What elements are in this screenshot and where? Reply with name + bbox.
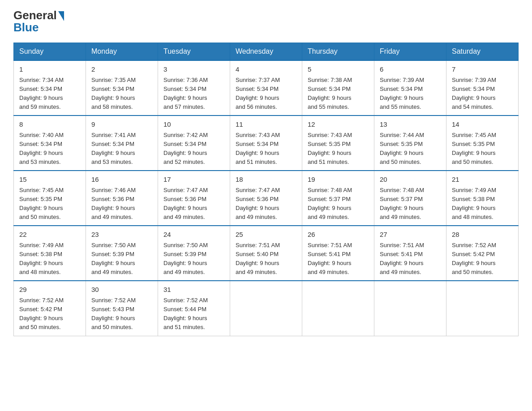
day-info: Sunrise: 7:49 AMSunset: 5:38 PMDaylight:… xyxy=(452,186,513,222)
day-number: 30 xyxy=(91,285,152,295)
day-number: 12 xyxy=(308,120,369,130)
day-info: Sunrise: 7:45 AMSunset: 5:35 PMDaylight:… xyxy=(452,131,513,167)
day-number: 3 xyxy=(163,64,224,75)
day-of-week-saturday: Saturday xyxy=(446,43,519,61)
empty-cell xyxy=(230,281,302,336)
day-number: 2 xyxy=(91,64,152,75)
day-cell-31: 31Sunrise: 7:52 AMSunset: 5:44 PMDayligh… xyxy=(158,281,230,336)
day-info: Sunrise: 7:47 AMSunset: 5:36 PMDaylight:… xyxy=(236,186,296,222)
day-info: Sunrise: 7:37 AMSunset: 5:34 PMDaylight:… xyxy=(236,76,296,112)
day-of-week-friday: Friday xyxy=(374,43,446,61)
day-info: Sunrise: 7:47 AMSunset: 5:36 PMDaylight:… xyxy=(163,186,224,222)
week-row-4: 22Sunrise: 7:49 AMSunset: 5:38 PMDayligh… xyxy=(14,226,519,281)
day-info: Sunrise: 7:52 AMSunset: 5:44 PMDaylight:… xyxy=(163,296,224,332)
day-cell-26: 26Sunrise: 7:51 AMSunset: 5:41 PMDayligh… xyxy=(302,226,374,281)
day-number: 27 xyxy=(380,230,441,240)
day-number: 4 xyxy=(236,64,296,75)
day-cell-4: 4Sunrise: 7:37 AMSunset: 5:34 PMDaylight… xyxy=(230,60,302,116)
day-info: Sunrise: 7:52 AMSunset: 5:42 PMDaylight:… xyxy=(19,296,80,332)
day-cell-10: 10Sunrise: 7:42 AMSunset: 5:34 PMDayligh… xyxy=(158,116,230,171)
day-cell-24: 24Sunrise: 7:50 AMSunset: 5:39 PMDayligh… xyxy=(158,226,230,281)
day-info: Sunrise: 7:34 AMSunset: 5:34 PMDaylight:… xyxy=(19,76,80,112)
day-info: Sunrise: 7:48 AMSunset: 5:37 PMDaylight:… xyxy=(308,186,369,222)
calendar-table: SundayMondayTuesdayWednesdayThursdayFrid… xyxy=(13,43,519,336)
week-row-2: 8Sunrise: 7:40 AMSunset: 5:34 PMDaylight… xyxy=(14,116,519,171)
day-info: Sunrise: 7:39 AMSunset: 5:34 PMDaylight:… xyxy=(380,76,441,112)
logo-general: General xyxy=(13,9,57,22)
day-info: Sunrise: 7:51 AMSunset: 5:41 PMDaylight:… xyxy=(380,241,441,277)
day-number: 21 xyxy=(452,175,513,185)
day-cell-9: 9Sunrise: 7:41 AMSunset: 5:34 PMDaylight… xyxy=(86,116,158,171)
day-info: Sunrise: 7:35 AMSunset: 5:34 PMDaylight:… xyxy=(91,76,152,112)
day-cell-7: 7Sunrise: 7:39 AMSunset: 5:34 PMDaylight… xyxy=(446,60,519,116)
day-cell-28: 28Sunrise: 7:52 AMSunset: 5:42 PMDayligh… xyxy=(446,226,519,281)
day-info: Sunrise: 7:46 AMSunset: 5:36 PMDaylight:… xyxy=(91,186,152,222)
day-cell-3: 3Sunrise: 7:36 AMSunset: 5:34 PMDaylight… xyxy=(158,60,230,116)
day-number: 25 xyxy=(236,230,296,240)
day-cell-11: 11Sunrise: 7:43 AMSunset: 5:34 PMDayligh… xyxy=(230,116,302,171)
day-number: 20 xyxy=(380,175,441,185)
day-number: 17 xyxy=(163,175,224,185)
day-number: 22 xyxy=(19,230,80,240)
day-info: Sunrise: 7:48 AMSunset: 5:37 PMDaylight:… xyxy=(380,186,441,222)
day-cell-25: 25Sunrise: 7:51 AMSunset: 5:40 PMDayligh… xyxy=(230,226,302,281)
day-info: Sunrise: 7:40 AMSunset: 5:34 PMDaylight:… xyxy=(19,131,80,167)
day-info: Sunrise: 7:49 AMSunset: 5:38 PMDaylight:… xyxy=(19,241,80,277)
day-cell-6: 6Sunrise: 7:39 AMSunset: 5:34 PMDaylight… xyxy=(374,60,446,116)
day-info: Sunrise: 7:38 AMSunset: 5:34 PMDaylight:… xyxy=(308,76,369,112)
day-number: 13 xyxy=(380,120,441,130)
day-info: Sunrise: 7:43 AMSunset: 5:35 PMDaylight:… xyxy=(308,131,369,167)
day-info: Sunrise: 7:36 AMSunset: 5:34 PMDaylight:… xyxy=(163,76,224,112)
day-cell-1: 1Sunrise: 7:34 AMSunset: 5:34 PMDaylight… xyxy=(14,60,86,116)
day-info: Sunrise: 7:50 AMSunset: 5:39 PMDaylight:… xyxy=(163,241,224,277)
empty-cell xyxy=(302,281,374,336)
logo-triangle-icon xyxy=(58,11,64,21)
day-of-week-thursday: Thursday xyxy=(302,43,374,61)
day-cell-21: 21Sunrise: 7:49 AMSunset: 5:38 PMDayligh… xyxy=(446,171,519,226)
day-cell-18: 18Sunrise: 7:47 AMSunset: 5:36 PMDayligh… xyxy=(230,171,302,226)
day-cell-15: 15Sunrise: 7:45 AMSunset: 5:35 PMDayligh… xyxy=(14,171,86,226)
empty-cell xyxy=(446,281,519,336)
day-number: 15 xyxy=(19,175,80,185)
day-cell-20: 20Sunrise: 7:48 AMSunset: 5:37 PMDayligh… xyxy=(374,171,446,226)
day-info: Sunrise: 7:52 AMSunset: 5:42 PMDaylight:… xyxy=(452,241,513,277)
empty-cell xyxy=(374,281,446,336)
day-cell-5: 5Sunrise: 7:38 AMSunset: 5:34 PMDaylight… xyxy=(302,60,374,116)
day-number: 28 xyxy=(452,230,513,240)
week-row-1: 1Sunrise: 7:34 AMSunset: 5:34 PMDaylight… xyxy=(14,60,519,116)
day-cell-8: 8Sunrise: 7:40 AMSunset: 5:34 PMDaylight… xyxy=(14,116,86,171)
day-cell-29: 29Sunrise: 7:52 AMSunset: 5:42 PMDayligh… xyxy=(14,281,86,336)
day-number: 8 xyxy=(19,120,80,130)
day-cell-12: 12Sunrise: 7:43 AMSunset: 5:35 PMDayligh… xyxy=(302,116,374,171)
week-row-3: 15Sunrise: 7:45 AMSunset: 5:35 PMDayligh… xyxy=(14,171,519,226)
day-of-week-wednesday: Wednesday xyxy=(230,43,302,61)
week-row-5: 29Sunrise: 7:52 AMSunset: 5:42 PMDayligh… xyxy=(14,281,519,336)
day-number: 14 xyxy=(452,120,513,130)
day-info: Sunrise: 7:42 AMSunset: 5:34 PMDaylight:… xyxy=(163,131,224,167)
day-info: Sunrise: 7:44 AMSunset: 5:35 PMDaylight:… xyxy=(380,131,441,167)
day-info: Sunrise: 7:50 AMSunset: 5:39 PMDaylight:… xyxy=(91,241,152,277)
day-cell-23: 23Sunrise: 7:50 AMSunset: 5:39 PMDayligh… xyxy=(86,226,158,281)
day-number: 11 xyxy=(236,120,296,130)
page-header: General Blue xyxy=(13,9,519,34)
day-number: 6 xyxy=(380,64,441,75)
day-of-week-monday: Monday xyxy=(86,43,158,61)
logo: General Blue xyxy=(13,9,64,34)
day-number: 29 xyxy=(19,285,80,295)
day-number: 5 xyxy=(308,64,369,75)
day-number: 18 xyxy=(236,175,296,185)
day-number: 10 xyxy=(163,120,224,130)
day-info: Sunrise: 7:41 AMSunset: 5:34 PMDaylight:… xyxy=(91,131,152,167)
day-info: Sunrise: 7:52 AMSunset: 5:43 PMDaylight:… xyxy=(91,296,152,332)
day-cell-2: 2Sunrise: 7:35 AMSunset: 5:34 PMDaylight… xyxy=(86,60,158,116)
day-info: Sunrise: 7:39 AMSunset: 5:34 PMDaylight:… xyxy=(452,76,513,112)
day-info: Sunrise: 7:51 AMSunset: 5:40 PMDaylight:… xyxy=(236,241,296,277)
day-cell-27: 27Sunrise: 7:51 AMSunset: 5:41 PMDayligh… xyxy=(374,226,446,281)
day-cell-19: 19Sunrise: 7:48 AMSunset: 5:37 PMDayligh… xyxy=(302,171,374,226)
day-cell-30: 30Sunrise: 7:52 AMSunset: 5:43 PMDayligh… xyxy=(86,281,158,336)
day-cell-17: 17Sunrise: 7:47 AMSunset: 5:36 PMDayligh… xyxy=(158,171,230,226)
day-of-week-tuesday: Tuesday xyxy=(158,43,230,61)
day-of-week-sunday: Sunday xyxy=(14,43,86,61)
day-cell-16: 16Sunrise: 7:46 AMSunset: 5:36 PMDayligh… xyxy=(86,171,158,226)
days-of-week-row: SundayMondayTuesdayWednesdayThursdayFrid… xyxy=(14,43,519,61)
